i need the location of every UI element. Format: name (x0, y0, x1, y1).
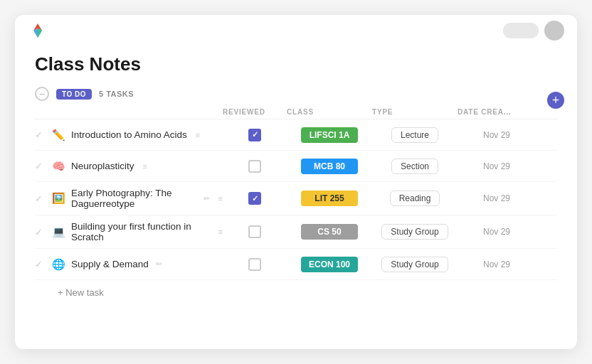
reviewed-checkbox[interactable] (248, 129, 261, 141)
task-emoji: ✏️ (52, 129, 65, 141)
app-logo (28, 21, 48, 41)
task-check-icon[interactable]: ✓ (35, 129, 46, 140)
task-name: Supply & Demand (71, 259, 149, 269)
type-badge: Lecture (391, 127, 438, 143)
type-cell: Section (372, 159, 458, 174)
class-cell: ECON 100 (287, 257, 372, 272)
task-name: Introduction to Amino Acids (71, 129, 187, 140)
reviewed-checkbox[interactable] (248, 192, 261, 205)
type-badge: Study Group (381, 224, 448, 240)
task-dots[interactable]: ≡ (196, 131, 200, 139)
task-row: ✓ 🌐 Supply & Demand ✏ ECON 100 Study Gro… (35, 249, 557, 280)
reviewed-cell[interactable] (223, 160, 287, 173)
task-dots[interactable]: ≡ (143, 162, 147, 171)
column-headers: REVIEWED CLASS TYPE DATE CREA... (35, 104, 557, 119)
app-container: Class Notes – TO DO 5 TASKS REVIEWED CLA… (15, 15, 577, 349)
type-badge: Study Group (381, 257, 448, 272)
task-check-icon[interactable]: ✓ (35, 259, 46, 269)
task-edit-icon[interactable]: ✏ (204, 194, 210, 203)
task-check-icon[interactable]: ✓ (35, 227, 46, 237)
task-row: ✓ ✏️ Introduction to Amino Acids ≡ LIFSC… (35, 119, 557, 151)
reviewed-checkbox[interactable] (248, 258, 261, 271)
class-badge: MCB 80 (301, 159, 358, 174)
todo-badge: TO DO (56, 89, 92, 100)
collapse-button[interactable]: – (35, 87, 49, 101)
task-name: Neuroplasticity (71, 161, 134, 171)
task-check-icon[interactable]: ✓ (35, 193, 46, 204)
page-title: Class Notes (35, 53, 557, 75)
class-cell: MCB 80 (287, 159, 372, 174)
task-main: ✓ 🖼️ Early Photography: The Daguerreotyp… (35, 188, 223, 209)
task-name: Early Photography: The Daguerreotype (71, 188, 196, 209)
tasks-list: ✓ ✏️ Introduction to Amino Acids ≡ LIFSC… (35, 119, 557, 280)
col-date: DATE CREA... (458, 108, 536, 116)
class-cell: LIT 255 (287, 191, 372, 206)
class-cell: CS 50 (287, 224, 372, 240)
reviewed-checkbox[interactable] (248, 225, 261, 238)
date-cell: Nov 29 (458, 161, 536, 171)
col-class: CLASS (287, 108, 372, 116)
search-pill[interactable] (503, 23, 539, 38)
user-avatar[interactable] (544, 21, 564, 41)
reviewed-cell[interactable] (223, 258, 287, 271)
type-cell: Study Group (372, 257, 458, 272)
task-main: ✓ 💻 Building your first function in Scra… (35, 221, 223, 242)
reviewed-cell[interactable] (223, 192, 287, 205)
task-emoji: 🧠 (52, 160, 65, 173)
reviewed-cell[interactable] (223, 225, 287, 238)
task-name: Building your first function in Scratch (71, 221, 210, 242)
main-content: Class Notes – TO DO 5 TASKS REVIEWED CLA… (15, 46, 577, 312)
task-main: ✓ 🧠 Neuroplasticity ≡ (35, 160, 223, 173)
tasks-count: 5 TASKS (99, 90, 134, 98)
date-cell: Nov 29 (458, 259, 536, 269)
add-column-area: + (547, 92, 564, 109)
col-reviewed: REVIEWED (223, 108, 287, 116)
task-check-icon[interactable]: ✓ (35, 161, 46, 171)
type-cell: Lecture (372, 127, 458, 143)
task-emoji: 💻 (52, 225, 65, 238)
task-row: ✓ 🖼️ Early Photography: The Daguerreotyp… (35, 182, 557, 215)
type-cell: Reading (372, 191, 458, 206)
new-task-button[interactable]: + New task (35, 280, 104, 298)
class-badge: CS 50 (301, 224, 358, 240)
class-badge: LIT 255 (301, 191, 358, 206)
task-row: ✓ 🧠 Neuroplasticity ≡ MCB 80 Section Nov… (35, 151, 557, 182)
date-cell: Nov 29 (458, 227, 536, 237)
date-cell: Nov 29 (458, 130, 536, 140)
reviewed-checkbox[interactable] (248, 160, 261, 173)
section-header: – TO DO 5 TASKS (35, 87, 557, 101)
type-badge: Section (391, 159, 438, 174)
class-badge: ECON 100 (301, 257, 358, 272)
class-cell: LIFSCI 1A (287, 127, 372, 143)
col-type: TYPE (372, 108, 458, 116)
top-bar-right (503, 21, 564, 41)
type-badge: Reading (390, 191, 440, 206)
task-emoji: 🖼️ (52, 192, 65, 205)
date-cell: Nov 29 (458, 193, 536, 203)
task-emoji: 🌐 (52, 258, 65, 271)
top-bar (15, 15, 577, 46)
add-column-button[interactable]: + (547, 92, 564, 109)
task-main: ✓ ✏️ Introduction to Amino Acids ≡ (35, 129, 223, 141)
task-row: ✓ 💻 Building your first function in Scra… (35, 215, 557, 249)
task-main: ✓ 🌐 Supply & Demand ✏ (35, 258, 223, 271)
type-cell: Study Group (372, 224, 458, 240)
task-edit-icon[interactable]: ✏ (156, 259, 162, 269)
reviewed-cell[interactable] (223, 129, 287, 141)
class-badge: LIFSCI 1A (301, 127, 358, 143)
